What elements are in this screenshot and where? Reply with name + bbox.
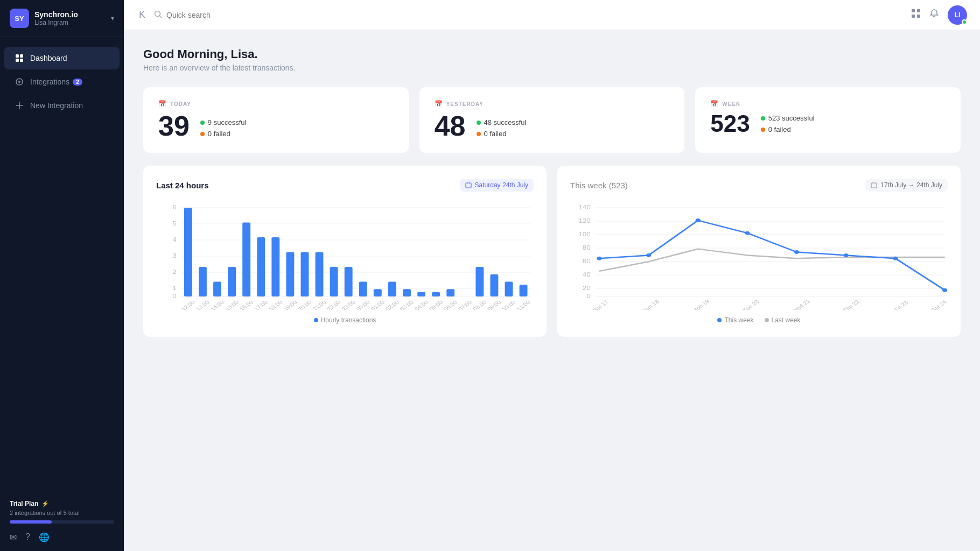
integrations-nav-label: Integrations [30,77,69,86]
line-chart-title-text: This week [570,181,607,190]
svg-text:20: 20 [583,285,591,292]
svg-text:Wed 21: Wed 21 [790,298,811,310]
failed-dot [477,132,481,136]
svg-rect-41 [330,267,338,296]
svg-text:5: 5 [172,221,177,227]
greeting-title: Good Morning, Lisa. [143,47,961,61]
stat-successful-week: 523 successful [761,114,815,122]
svg-point-110 [794,250,799,254]
svg-text:140: 140 [578,204,591,211]
charts-row: Last 24 hours Saturday 24th July [143,166,961,337]
content-area: Good Morning, Lisa. Here is an overview … [124,30,980,551]
success-dot [477,121,481,125]
dashboard-nav-label: Dashboard [30,54,67,62]
svg-rect-52 [490,274,498,296]
bar-chart-title: Last 24 hours [156,181,209,190]
stat-details-yesterday: 48 successful 0 failed [477,118,527,140]
svg-rect-1 [20,54,23,58]
svg-point-107 [646,253,651,257]
sidebar-item-new-integration[interactable]: New Integration [4,94,120,117]
sidebar-nav: Dashboard Integrations 2 New Integration [0,37,124,491]
svg-rect-0 [16,54,19,58]
stats-row: 📅 TODAY 39 9 successful 0 failed [143,87,961,153]
calendar-icon-week: 📅 [710,100,719,108]
svg-rect-37 [271,237,279,296]
svg-text:4: 4 [172,237,177,243]
circle-icon [14,76,25,87]
svg-point-106 [597,257,601,260]
bar-chart-legend-label: Hourly transactions [321,316,376,324]
calendar-badge-icon [465,182,472,188]
svg-text:3: 3 [172,253,177,259]
line-chart-date-badge[interactable]: 17th July → 24th July [865,179,948,192]
bar-chart-date-text: Saturday 24th July [475,181,528,189]
stat-period-week: 📅 WEEK [710,100,946,108]
stat-details-week: 523 successful 0 failed [761,114,815,136]
stat-period-yesterday: 📅 YESTERDAY [435,100,670,108]
svg-text:Mon 19: Mon 19 [690,298,711,310]
svg-point-113 [942,288,947,292]
main-area: K [124,0,980,551]
svg-rect-3 [20,59,23,62]
svg-rect-40 [316,252,324,297]
svg-text:120: 120 [578,218,591,224]
back-button[interactable]: K [137,7,148,23]
svg-rect-11 [917,9,920,12]
trial-progress-fill [10,520,52,524]
svg-text:0: 0 [172,293,177,300]
svg-text:0: 0 [586,293,591,300]
stat-card-week: 📅 WEEK 523 523 successful 0 failed [695,87,961,153]
failed-dot [761,128,765,132]
svg-text:Fri 23: Fri 23 [892,300,909,310]
calendar-icon-yesterday: 📅 [435,100,443,108]
stat-details-today: 9 successful 0 failed [200,118,247,140]
svg-rect-38 [286,252,294,297]
grid-icon [14,53,25,63]
sidebar-footer: Trial Plan ⚡ 2 integrations out of 5 tot… [0,491,124,551]
stat-number-week: 523 [710,112,750,136]
stat-body-yesterday: 48 48 successful 0 failed [435,112,670,140]
svg-point-112 [893,257,898,260]
sidebar-item-integrations[interactable]: Integrations 2 [4,70,120,93]
globe-icon[interactable]: 🌐 [39,532,50,542]
svg-rect-33 [213,282,221,297]
success-count-today: 9 successful [208,118,247,126]
trial-plan-icon: ⚡ [41,500,49,507]
email-icon[interactable]: ✉ [10,532,17,542]
apps-icon[interactable] [911,9,921,21]
sidebar-header[interactable]: SY Synchron.io Lisa Ingram ▾ [0,0,124,37]
user-name: Lisa Ingram [34,19,111,26]
success-count-yesterday: 48 successful [484,118,527,126]
avatar[interactable]: LI [948,5,967,25]
svg-rect-47 [417,292,425,296]
bar-chart-date-badge[interactable]: Saturday 24th July [460,179,534,192]
svg-text:60: 60 [583,258,591,265]
help-icon[interactable]: ? [25,532,30,542]
stat-failed-yesterday: 0 failed [477,130,527,138]
svg-rect-39 [301,252,309,297]
integrations-badge: 2 [73,79,82,86]
line-chart-svg: 140 120 100 80 60 40 20 0 Sat 17 Sun 18 … [570,202,948,310]
bar-chart-legend: Hourly transactions [156,316,534,324]
sidebar: SY Synchron.io Lisa Ingram ▾ Dashboard [0,0,124,551]
stat-period-today: 📅 TODAY [158,100,394,108]
line-chart-legend: This week Last week [570,316,948,324]
line-chart-date-text: 17th July → 24th July [880,181,942,189]
this-week-legend-label: This week [724,316,753,324]
svg-point-108 [696,218,701,222]
calendar-icon-today: 📅 [158,100,167,108]
trial-progress-bar [10,520,114,524]
trial-integrations-text: 2 integrations out of 5 total [10,510,114,516]
company-name: Synchron.io [34,10,111,19]
svg-text:Thu 22: Thu 22 [841,299,860,310]
line-chart-card: This week (523) 17th July → 24th July [557,166,961,337]
svg-rect-45 [388,282,396,297]
search-input[interactable] [166,11,285,19]
search-icon [154,10,162,20]
svg-text:1: 1 [172,285,177,292]
svg-rect-49 [446,289,454,296]
this-week-legend-dot [717,318,722,322]
sidebar-item-dashboard[interactable]: Dashboard [4,47,120,69]
bar-chart-area: 6 5 4 3 2 1 0 12:0013:0014:0015:0016:001… [156,202,534,310]
bell-icon[interactable] [929,9,939,21]
